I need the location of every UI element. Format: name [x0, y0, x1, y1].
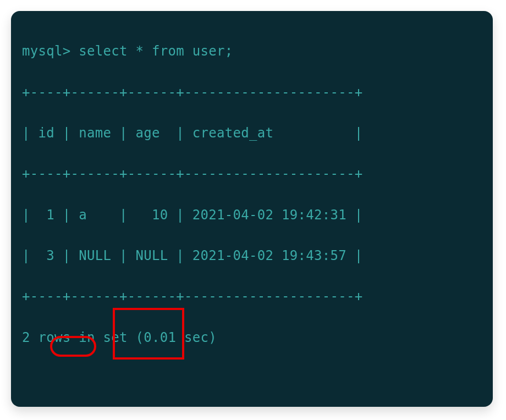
- mysql-prompt: mysql>: [22, 43, 71, 59]
- sql-query-1: select * from user;: [79, 43, 233, 59]
- query-line-1: mysql> select * from user;: [22, 41, 482, 62]
- table1-header: | id | name | age | created_at |: [22, 123, 482, 143]
- table1-row-2: | 3 | NULL | NULL | 2021-04-02 19:43:57 …: [22, 246, 482, 266]
- highlight-null-age: [50, 336, 96, 357]
- highlight-null-concat: [113, 308, 184, 360]
- terminal-window: mysql> select * from user; +----+------+…: [11, 11, 493, 407]
- table1-sep-mid: +----+------+------+--------------------…: [22, 164, 482, 184]
- table1-sep-top: +----+------+------+--------------------…: [22, 82, 482, 103]
- table1-row-1: | 1 | a | 10 | 2021-04-02 19:42:31 |: [22, 205, 482, 225]
- table1-sep-bot: +----+------+------+--------------------…: [22, 286, 482, 307]
- blank-line: [22, 368, 482, 389]
